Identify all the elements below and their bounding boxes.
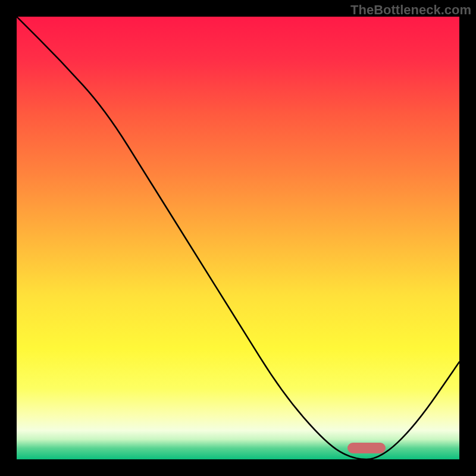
plot-area [17,17,459,459]
optimum-marker [347,443,386,453]
chart-frame: TheBottleneck.com [0,0,476,476]
bottleneck-curve [17,17,459,459]
watermark-text: TheBottleneck.com [350,2,471,18]
curve-path [17,17,459,459]
